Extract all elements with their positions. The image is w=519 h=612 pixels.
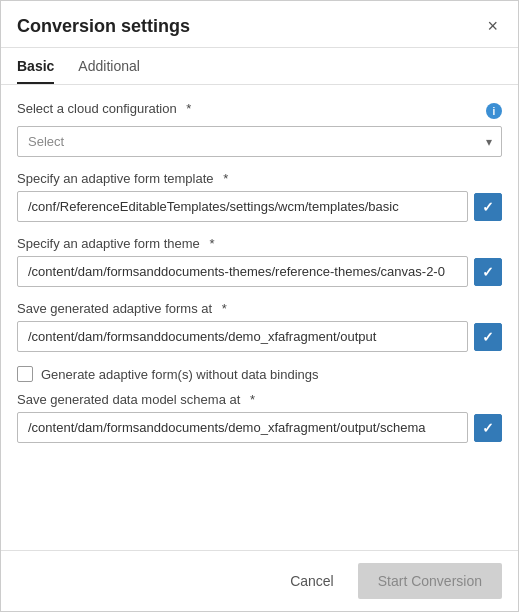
dialog-header: Conversion settings × xyxy=(1,1,518,48)
save-forms-checkbox[interactable] xyxy=(474,323,502,351)
start-conversion-button[interactable]: Start Conversion xyxy=(358,563,502,599)
no-bindings-checkbox[interactable] xyxy=(17,366,33,382)
save-schema-label: Save generated data model schema at * xyxy=(17,392,502,407)
no-bindings-label: Generate adaptive form(s) without data b… xyxy=(41,367,319,382)
save-schema-input[interactable] xyxy=(17,412,468,443)
tabs-container: Basic Additional xyxy=(1,48,518,85)
save-forms-label: Save generated adaptive forms at * xyxy=(17,301,502,316)
header-right: × xyxy=(483,15,502,37)
save-schema-checkbox[interactable] xyxy=(474,414,502,442)
tab-basic[interactable]: Basic xyxy=(17,48,54,84)
dialog-footer: Cancel Start Conversion xyxy=(1,550,518,611)
cloud-config-select-wrapper: Select ▾ xyxy=(17,126,502,157)
dialog-body: Select a cloud configuration * i Select … xyxy=(1,85,518,550)
form-theme-label: Specify an adaptive form theme * xyxy=(17,236,502,251)
save-forms-input[interactable] xyxy=(17,321,468,352)
form-theme-row xyxy=(17,256,502,287)
form-theme-checkbox[interactable] xyxy=(474,258,502,286)
dialog-title: Conversion settings xyxy=(17,16,190,37)
save-schema-row xyxy=(17,412,502,443)
form-theme-group: Specify an adaptive form theme * xyxy=(17,236,502,287)
form-template-group: Specify an adaptive form template * xyxy=(17,171,502,222)
cloud-label-row: Select a cloud configuration * i xyxy=(17,101,502,121)
close-button[interactable]: × xyxy=(483,15,502,37)
save-forms-row xyxy=(17,321,502,352)
cloud-config-select[interactable]: Select xyxy=(17,126,502,157)
conversion-settings-dialog: Conversion settings × Basic Additional S… xyxy=(0,0,519,612)
cloud-config-group: Select a cloud configuration * i Select … xyxy=(17,101,502,157)
tab-additional[interactable]: Additional xyxy=(78,48,140,84)
form-theme-input[interactable] xyxy=(17,256,468,287)
no-bindings-row: Generate adaptive form(s) without data b… xyxy=(17,366,502,382)
cancel-button[interactable]: Cancel xyxy=(276,565,348,597)
save-forms-group: Save generated adaptive forms at * xyxy=(17,301,502,352)
form-template-label: Specify an adaptive form template * xyxy=(17,171,502,186)
cloud-config-label: Select a cloud configuration * xyxy=(17,101,191,116)
form-template-input[interactable] xyxy=(17,191,468,222)
save-schema-group: Save generated data model schema at * xyxy=(17,392,502,443)
info-icon[interactable]: i xyxy=(486,103,502,119)
form-template-row xyxy=(17,191,502,222)
form-template-checkbox[interactable] xyxy=(474,193,502,221)
